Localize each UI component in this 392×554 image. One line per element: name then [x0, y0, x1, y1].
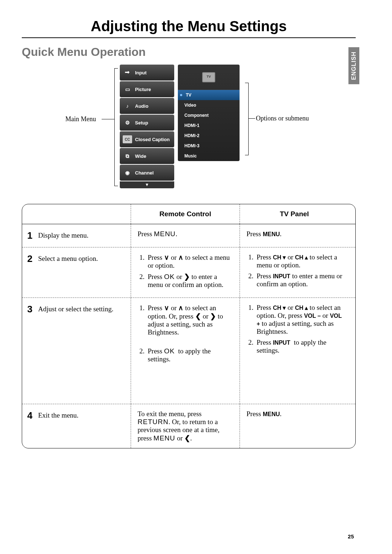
- step-action: Select a menu option.: [37, 247, 131, 297]
- audio-icon: ♪: [123, 102, 132, 110]
- main-bracket: [114, 68, 118, 186]
- menu-item-label: Input: [135, 70, 147, 75]
- setup-icon: ⚙: [123, 119, 132, 127]
- section-title: Quick Menu Operation: [22, 45, 356, 59]
- cc-icon: CC: [123, 135, 132, 143]
- remote-instructions: Press ∨ or ∧ to select an option. Or, pr…: [131, 298, 240, 404]
- menu-item-label: Setup: [135, 120, 148, 126]
- step-number: 2: [22, 247, 37, 297]
- remote-instructions: To exit the menu, press RETURN. Or, to r…: [131, 404, 240, 448]
- main-menu-column: ⮕Input▭Picture♪Audio⚙SetupCCClosed Capti…: [120, 65, 174, 188]
- submenu-item-hdmi-2: HDMI-2: [178, 131, 240, 141]
- step-number: 4: [22, 404, 37, 448]
- main-menu-label: Main Menu: [65, 115, 96, 123]
- menu-item-label: Wide: [135, 153, 146, 159]
- submenu-column: TVVideoComponentHDMI-1HDMI-2HDMI-3Music: [178, 65, 240, 161]
- table-row: 1Display the menu.Press MENU.Press MENU.: [22, 224, 355, 247]
- options-label: Options or submenu: [256, 115, 309, 122]
- operation-table: Remote Control TV Panel 1Display the men…: [22, 204, 356, 448]
- menu-item-input: ⮕Input: [120, 65, 174, 81]
- wide-icon: ⧉: [123, 152, 132, 160]
- col-action-header: [37, 204, 131, 224]
- panel-instructions: Press CH ▾ or CH ▴ to select an option. …: [240, 298, 349, 404]
- divider: [22, 37, 356, 38]
- remote-instructions: Press MENU.: [131, 224, 240, 247]
- step-number: 1: [22, 224, 37, 247]
- table-header-row: Remote Control TV Panel: [22, 204, 355, 224]
- submenu-item-video: Video: [178, 100, 240, 110]
- page-title: Adjusting the Menu Settings: [22, 18, 356, 34]
- menu-item-audio: ♪Audio: [120, 98, 174, 114]
- col-remote-header: Remote Control: [131, 204, 240, 224]
- table-row: 4Exit the menu.To exit the menu, press R…: [22, 404, 355, 448]
- tv-icon: [202, 72, 215, 82]
- menu-item-closed-caption: CCClosed Caption: [120, 131, 174, 147]
- menu-item-channel: ◉Channel: [120, 165, 174, 181]
- panel-instructions: Press CH ▾ or CH ▴ to select a menu or o…: [240, 247, 349, 297]
- page-number: 25: [348, 533, 354, 539]
- step-action: Adjust or select the setting.: [37, 298, 131, 404]
- step-action: Display the menu.: [37, 224, 131, 247]
- menu-item-wide: ⧉Wide: [120, 148, 174, 164]
- col-panel-header: TV Panel: [240, 204, 349, 224]
- scroll-down-icon: ▼: [120, 181, 174, 188]
- remote-instructions: Press ∨ or ∧ to select a menu or option.…: [131, 247, 240, 297]
- menu-item-label: Audio: [135, 103, 148, 109]
- menu-item-picture: ▭Picture: [120, 81, 174, 97]
- channel-icon: ◉: [123, 169, 132, 177]
- input-icon: ⮕: [123, 69, 132, 77]
- submenu-item-hdmi-1: HDMI-1: [178, 120, 240, 131]
- connector-line: [102, 119, 114, 119]
- picture-icon: ▭: [123, 85, 132, 93]
- menu-item-label: Picture: [135, 87, 151, 92]
- submenu-header: [178, 65, 240, 90]
- menu-item-setup: ⚙Setup: [120, 115, 174, 131]
- menu-diagram: Main Menu ⮕Input▭Picture♪Audio⚙SetupCCCl…: [65, 61, 356, 195]
- submenu-item-hdmi-3: HDMI-3: [178, 141, 240, 151]
- submenu-item-music: Music: [178, 151, 240, 161]
- submenu-item-component: Component: [178, 110, 240, 120]
- menu-item-label: Closed Caption: [135, 137, 170, 142]
- step-action: Exit the menu.: [37, 404, 131, 448]
- col-num-header: [22, 204, 37, 224]
- options-bracket: [245, 83, 249, 155]
- table-row: 3Adjust or select the setting.Press ∨ or…: [22, 298, 355, 404]
- step-number: 3: [22, 298, 37, 404]
- table-row: 2Select a menu option.Press ∨ or ∧ to se…: [22, 247, 355, 298]
- panel-instructions: Press MENU.: [240, 404, 349, 448]
- panel-instructions: Press MENU.: [240, 224, 349, 247]
- connector-line: [249, 118, 255, 119]
- menu-item-label: Channel: [135, 170, 154, 176]
- submenu-item-tv: TV: [178, 90, 240, 100]
